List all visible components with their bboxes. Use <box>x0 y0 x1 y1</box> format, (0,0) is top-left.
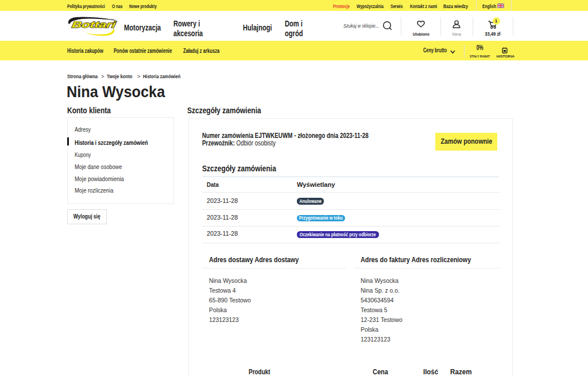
svg-text:Bottari: Bottari <box>71 20 117 29</box>
